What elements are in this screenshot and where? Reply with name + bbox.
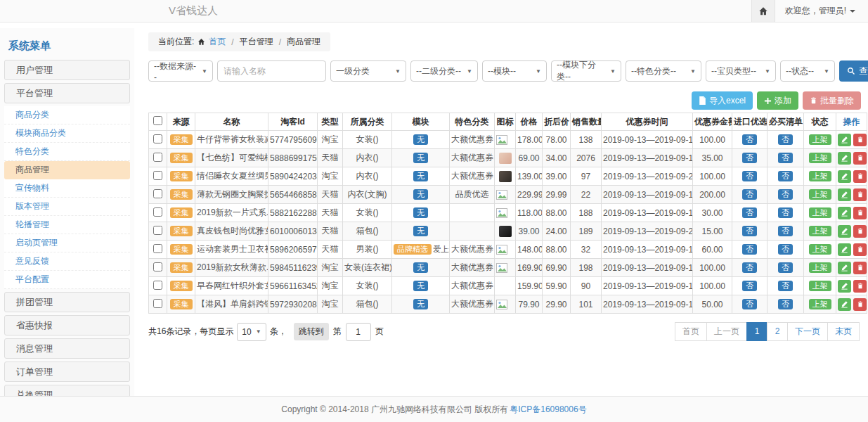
- name-search-input[interactable]: [217, 60, 326, 82]
- breadcrumb-home-link[interactable]: 首页: [209, 36, 226, 48]
- row-checkbox[interactable]: [153, 244, 162, 253]
- imported-toggle-badge[interactable]: 否: [742, 189, 757, 200]
- edit-button[interactable]: [838, 243, 851, 256]
- must-buy-toggle-badge[interactable]: 否: [778, 281, 793, 291]
- edit-button[interactable]: [838, 188, 851, 201]
- edit-button[interactable]: [838, 207, 851, 219]
- edit-button[interactable]: [838, 134, 851, 146]
- delete-button[interactable]: [853, 152, 867, 165]
- status-badge[interactable]: 上架: [809, 153, 831, 163]
- imported-toggle-badge[interactable]: 否: [742, 226, 757, 236]
- delete-button[interactable]: [853, 262, 867, 274]
- delete-button[interactable]: [853, 188, 867, 201]
- row-checkbox[interactable]: [153, 262, 162, 271]
- filter-select-数据来源[interactable]: --数据来源--: [148, 60, 213, 82]
- sidebar-item-商品管理[interactable]: 商品管理: [4, 161, 130, 179]
- status-badge[interactable]: 上架: [809, 226, 831, 236]
- page-button-2[interactable]: 2: [767, 322, 788, 341]
- row-checkbox[interactable]: [153, 226, 162, 235]
- status-badge[interactable]: 上架: [809, 207, 831, 218]
- must-buy-toggle-badge[interactable]: 否: [778, 153, 793, 163]
- filter-select-模块下分类[interactable]: --模块下分类--: [551, 60, 621, 82]
- filter-select-状态[interactable]: --状态--: [780, 60, 835, 82]
- page-button-下一页[interactable]: 下一页: [787, 322, 828, 341]
- sidebar-group-消息管理[interactable]: 消息管理: [4, 338, 130, 359]
- status-badge[interactable]: 上架: [809, 281, 831, 291]
- must-buy-toggle-badge[interactable]: 否: [778, 171, 793, 181]
- row-checkbox[interactable]: [153, 189, 162, 198]
- home-button[interactable]: [751, 0, 775, 22]
- sidebar-item-版本管理[interactable]: 版本管理: [4, 198, 130, 216]
- edit-button[interactable]: [838, 152, 851, 165]
- imported-toggle-badge[interactable]: 否: [742, 153, 757, 163]
- user-menu[interactable]: 欢迎您，管理员!: [775, 5, 868, 17]
- delete-button[interactable]: [853, 298, 867, 311]
- sidebar-item-意见反馈[interactable]: 意见反馈: [4, 252, 130, 271]
- jump-to-button[interactable]: 跳转到: [294, 323, 329, 340]
- status-badge[interactable]: 上架: [809, 262, 831, 273]
- edit-button[interactable]: [838, 298, 851, 311]
- delete-button[interactable]: [853, 170, 867, 183]
- sidebar-item-启动页管理[interactable]: 启动页管理: [4, 234, 130, 252]
- row-checkbox[interactable]: [153, 299, 162, 308]
- sidebar-group-订单管理[interactable]: 订单管理: [4, 362, 130, 382]
- edit-button[interactable]: [838, 170, 851, 183]
- status-badge[interactable]: 上架: [809, 134, 831, 145]
- page-number-input[interactable]: [346, 323, 371, 341]
- imported-toggle-badge[interactable]: 否: [742, 134, 757, 145]
- select-all-checkbox[interactable]: [153, 116, 162, 125]
- status-badge[interactable]: 上架: [809, 171, 831, 181]
- per-page-select[interactable]: 10: [237, 323, 266, 341]
- must-buy-toggle-badge[interactable]: 否: [778, 262, 793, 273]
- must-buy-toggle-badge[interactable]: 否: [778, 134, 793, 145]
- must-buy-toggle-badge[interactable]: 否: [778, 189, 793, 200]
- icp-link[interactable]: 粤ICP备16098006号: [510, 404, 586, 416]
- sidebar-item-商品分类[interactable]: 商品分类: [4, 106, 130, 124]
- sidebar-group-拼团管理[interactable]: 拼团管理: [4, 292, 130, 312]
- query-button[interactable]: 查询: [839, 60, 868, 82]
- filter-select-特色分类[interactable]: --特色分类--: [626, 60, 701, 82]
- imported-toggle-badge[interactable]: 否: [742, 244, 757, 255]
- edit-button[interactable]: [838, 262, 851, 274]
- imported-toggle-badge[interactable]: 否: [742, 299, 757, 309]
- delete-button[interactable]: [853, 225, 867, 238]
- edit-button[interactable]: [838, 225, 851, 238]
- delete-button[interactable]: [853, 207, 867, 219]
- imported-toggle-badge[interactable]: 否: [742, 171, 757, 181]
- sidebar-group-用户管理[interactable]: 用户管理: [4, 60, 130, 80]
- imported-toggle-badge[interactable]: 否: [742, 207, 757, 218]
- delete-button[interactable]: [853, 243, 867, 256]
- row-checkbox[interactable]: [153, 134, 162, 143]
- row-checkbox[interactable]: [153, 171, 162, 180]
- sidebar-item-特色分类[interactable]: 特色分类: [4, 143, 130, 161]
- filter-select-二级分类[interactable]: --二级分类--: [410, 60, 478, 82]
- status-badge[interactable]: 上架: [809, 299, 831, 309]
- delete-button[interactable]: [853, 134, 867, 146]
- sidebar-group-省惠快报[interactable]: 省惠快报: [4, 315, 130, 335]
- import-excel-button[interactable]: 导入excel: [692, 91, 753, 110]
- page-button-末页[interactable]: 末页: [827, 322, 860, 341]
- must-buy-toggle-badge[interactable]: 否: [778, 299, 793, 309]
- sidebar-group-兑换管理[interactable]: 兑换管理: [4, 385, 130, 396]
- add-button[interactable]: 添加: [757, 91, 798, 110]
- row-checkbox[interactable]: [153, 207, 162, 217]
- batch-delete-button[interactable]: 批量删除: [803, 91, 861, 110]
- row-checkbox[interactable]: [153, 281, 162, 290]
- sidebar-group-平台管理[interactable]: 平台管理: [4, 83, 130, 103]
- filter-select-模块[interactable]: --模块--: [482, 60, 547, 82]
- sidebar-item-宣传物料[interactable]: 宣传物料: [4, 179, 130, 198]
- filter-select-宝贝类型[interactable]: --宝贝类型--: [706, 60, 776, 82]
- status-badge[interactable]: 上架: [809, 189, 831, 200]
- filter-select-一级分类[interactable]: 一级分类: [330, 60, 406, 82]
- page-button-1[interactable]: 1: [746, 322, 767, 341]
- sidebar-item-轮播管理[interactable]: 轮播管理: [4, 216, 130, 234]
- sidebar-item-平台配置[interactable]: 平台配置: [4, 271, 130, 289]
- row-checkbox[interactable]: [153, 153, 162, 162]
- delete-button[interactable]: [853, 280, 867, 293]
- imported-toggle-badge[interactable]: 否: [742, 281, 757, 291]
- edit-button[interactable]: [838, 280, 851, 293]
- must-buy-toggle-badge[interactable]: 否: [778, 207, 793, 218]
- must-buy-toggle-badge[interactable]: 否: [778, 226, 793, 236]
- sidebar-item-模块商品分类[interactable]: 模块商品分类: [4, 124, 130, 143]
- status-badge[interactable]: 上架: [809, 244, 831, 255]
